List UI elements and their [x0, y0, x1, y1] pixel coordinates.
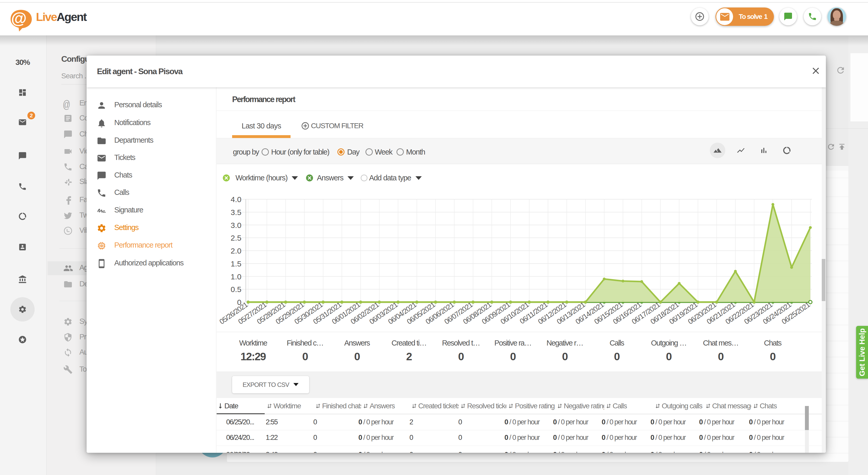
svg-text:0.5: 0.5	[230, 285, 241, 293]
svg-text:4.0: 4.0	[230, 195, 241, 204]
svg-text:1.5: 1.5	[230, 259, 241, 268]
svg-text:@: @	[11, 9, 27, 27]
svg-text:2.5: 2.5	[230, 233, 241, 242]
svg-text:1.0: 1.0	[230, 273, 241, 281]
svg-text:3.0: 3.0	[230, 221, 241, 229]
svg-text:3.5: 3.5	[230, 208, 241, 217]
svg-text:2.0: 2.0	[230, 247, 241, 255]
